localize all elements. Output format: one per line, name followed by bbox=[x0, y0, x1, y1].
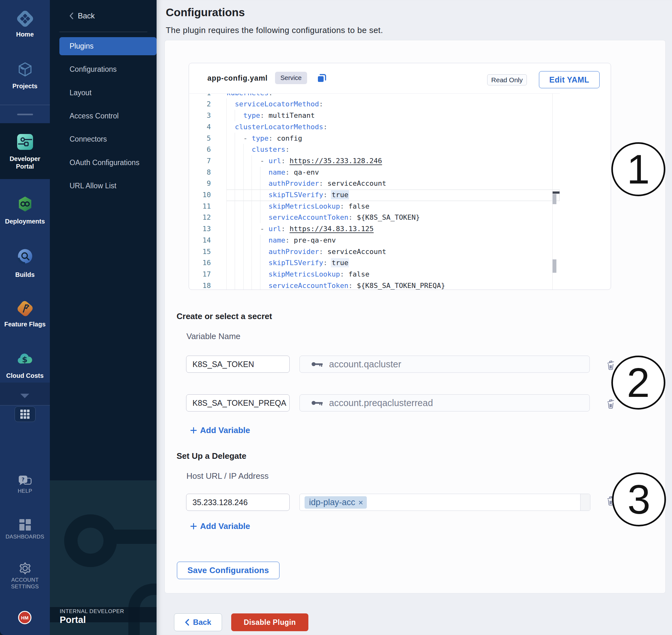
code-token: : bbox=[319, 179, 327, 187]
plus-icon bbox=[190, 523, 197, 530]
add-host-button[interactable]: Add Variable bbox=[190, 521, 250, 531]
delete-variable-button[interactable] bbox=[607, 360, 614, 370]
tags-expander[interactable] bbox=[580, 494, 590, 510]
subnav-item-configurations[interactable]: Configurations bbox=[59, 60, 156, 79]
edit-yaml-label: Edit YAML bbox=[549, 75, 589, 85]
delegate-tags-field[interactable]: idp-play-acc bbox=[300, 494, 590, 511]
rail-item-dashboards[interactable]: DASHBOARDS bbox=[0, 519, 50, 531]
trash-icon[interactable] bbox=[607, 360, 614, 370]
code-token: name bbox=[268, 168, 285, 176]
code-text: skipMetricsLookup: false bbox=[268, 201, 369, 212]
rail-module-projects[interactable]: Projects bbox=[0, 61, 50, 79]
disable-plugin-button[interactable]: Disable Plugin bbox=[231, 613, 308, 631]
trash-icon[interactable] bbox=[607, 399, 614, 409]
indent-guide bbox=[243, 257, 244, 269]
indent-guide bbox=[235, 178, 235, 189]
indent-guide bbox=[260, 167, 260, 178]
more-modules-strip[interactable] bbox=[0, 382, 50, 405]
code-line-1: 1kubernetes: bbox=[189, 94, 560, 99]
chevron-left-icon bbox=[69, 12, 74, 20]
portal-kicker: INTERNAL DEVELOPER bbox=[60, 608, 124, 615]
code-token: : bbox=[260, 111, 269, 119]
rail-item-label: ACCOUNTSETTINGS bbox=[0, 576, 50, 590]
rail-item-account-settings[interactable]: ACCOUNTSETTINGS bbox=[0, 561, 50, 576]
svg-text:?: ? bbox=[21, 477, 24, 483]
code-area[interactable]: 1kubernetes:2serviceLocatorMethod:3type:… bbox=[189, 94, 560, 289]
indent-guide bbox=[243, 235, 244, 246]
edit-yaml-button[interactable]: Edit YAML bbox=[539, 71, 600, 88]
line-number: 15 bbox=[189, 246, 211, 258]
secret-select-field[interactable]: account.preqaclusterread bbox=[300, 394, 590, 412]
read-only-label: Read Only bbox=[491, 76, 523, 84]
feature-flags-icon bbox=[16, 300, 34, 318]
line-number: 14 bbox=[189, 235, 211, 246]
indent-guide bbox=[243, 167, 244, 178]
code-token: multiTenant bbox=[268, 111, 315, 119]
variable-name-input[interactable]: K8S_SA_TOKEN bbox=[186, 356, 290, 373]
read-only-button[interactable]: Read Only bbox=[487, 74, 527, 85]
delegate-heading: Set Up a Delegate bbox=[177, 451, 246, 461]
developer-portal-icon bbox=[16, 133, 34, 151]
subnav-item-plugins[interactable]: Plugins bbox=[59, 37, 156, 55]
rail-module-home[interactable]: Home bbox=[0, 9, 50, 28]
indent-guide bbox=[235, 246, 235, 258]
subnav-item-connectors[interactable]: Connectors bbox=[59, 130, 156, 148]
remove-tag-icon[interactable] bbox=[359, 500, 363, 505]
code-line-8: 8name: qa-env bbox=[189, 167, 560, 178]
back-link[interactable]: Back bbox=[69, 12, 95, 20]
rail-module-label: Projects bbox=[0, 82, 50, 90]
rail-item-label: DASHBOARDS bbox=[0, 533, 50, 540]
host-url-label: Host URL / IP Address bbox=[187, 471, 269, 481]
code-token: - bbox=[243, 134, 252, 142]
save-configurations-label: Save Configurations bbox=[187, 566, 269, 575]
rail-module-cloud-costs[interactable]: $Cloud Costs bbox=[0, 350, 50, 369]
rail-module-developer-portal[interactable]: DeveloperPortal bbox=[0, 133, 50, 151]
grid-icon bbox=[20, 410, 30, 419]
subnav-footer: INTERNAL DEVELOPER Portal bbox=[50, 480, 156, 635]
indent-guide bbox=[235, 110, 235, 121]
rail-item-label: HELP bbox=[0, 488, 50, 494]
svg-text:$: $ bbox=[22, 355, 27, 364]
subnav-item-access-control[interactable]: Access Control bbox=[59, 107, 156, 125]
code-line-7: 7- url: https://35.233.128.246 bbox=[189, 155, 560, 167]
indent-guide bbox=[260, 257, 260, 269]
code-text: skipTLSVerify: true bbox=[268, 257, 348, 269]
copy-icon[interactable] bbox=[316, 72, 327, 84]
code-text: kubernetes: bbox=[226, 94, 273, 99]
indent-guide bbox=[260, 269, 260, 280]
add-variable-button[interactable]: Add Variable bbox=[190, 425, 250, 435]
variable-name-input[interactable]: K8S_SA_TOKEN_PREQA bbox=[186, 394, 290, 412]
indent-guide bbox=[252, 167, 252, 178]
avatar[interactable]: HM bbox=[18, 611, 31, 624]
annotation-circle-3: 3 bbox=[612, 473, 666, 526]
host-url-input[interactable]: 35.233.128.246 bbox=[186, 494, 290, 511]
rail-module-feature-flags[interactable]: Feature Flags bbox=[0, 300, 50, 318]
code-text: type: multiTenant bbox=[243, 110, 315, 121]
ruler-cursor-mark bbox=[552, 192, 560, 194]
secret-select-field[interactable]: account.qacluster bbox=[300, 356, 590, 373]
subnav-item-oauth-configurations[interactable]: OAuth Configurations bbox=[59, 154, 156, 172]
save-configurations-button[interactable]: Save Configurations bbox=[177, 562, 280, 579]
code-token: : bbox=[323, 259, 332, 267]
back-button[interactable]: Back bbox=[174, 613, 222, 631]
line-number: 8 bbox=[189, 167, 211, 178]
rail-module-deployments[interactable]: Deployments bbox=[0, 196, 50, 213]
code-text: serviceLocatorMethod: bbox=[235, 98, 323, 110]
delete-variable-button[interactable] bbox=[607, 399, 614, 409]
add-host-label: Add Variable bbox=[200, 521, 250, 531]
indent-guide bbox=[226, 280, 227, 289]
code-token: name bbox=[268, 236, 285, 244]
indent-guide bbox=[260, 246, 260, 258]
subnav-item-layout[interactable]: Layout bbox=[59, 84, 156, 102]
code-text: - url: https://35.233.128.246 bbox=[260, 155, 382, 167]
indent-guide bbox=[226, 212, 227, 223]
code-token: : bbox=[340, 270, 349, 278]
indent-guide bbox=[243, 155, 244, 167]
indent-guide bbox=[226, 246, 227, 258]
rail-item-help[interactable]: ?HELP bbox=[0, 475, 50, 488]
line-number: 9 bbox=[189, 178, 211, 189]
all-modules-button[interactable] bbox=[15, 407, 36, 422]
subnav-item-url-allow-list[interactable]: URL Allow List bbox=[59, 177, 156, 195]
rail-module-builds[interactable]: Builds bbox=[0, 247, 50, 265]
indent-guide bbox=[235, 223, 235, 235]
